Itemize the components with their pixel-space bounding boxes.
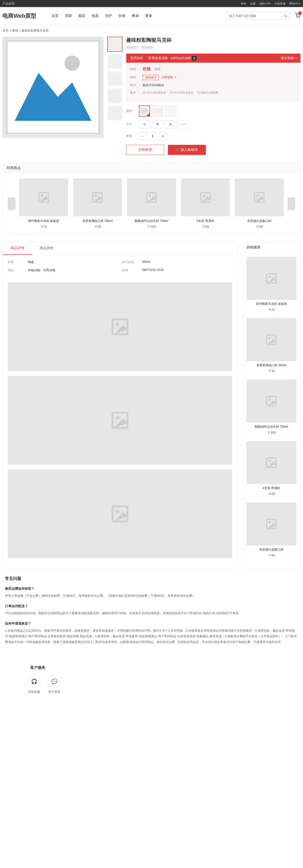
add-cart-button[interactable]: 加入购物车 — [168, 145, 206, 155]
placeholder-icon — [5, 39, 101, 135]
topbar-left: 产品原型 — [3, 0, 15, 7]
tab-detail[interactable]: 商品详情 — [3, 242, 32, 255]
qty-plus-button[interactable]: + — [159, 132, 167, 140]
service-section: 客户服务 🎧 在线客服 💬 用户反馈 — [0, 658, 303, 702]
my-orders-link[interactable]: 我的订单 — [259, 2, 270, 5]
detail-image-1 — [8, 283, 232, 371]
breadcrumb-home[interactable]: 首页 — [3, 29, 9, 32]
nav-food[interactable]: 饮食 — [119, 14, 126, 18]
svg-point-32 — [269, 522, 271, 524]
coupon-link[interactable]: 立即领取 > — [161, 75, 176, 80]
thumb-2[interactable] — [107, 54, 123, 69]
nav-appliance[interactable]: 电器 — [92, 14, 99, 18]
hot-price: ￥69 — [246, 492, 296, 496]
similar-item[interactable]: 4支装 啤酒杯￥69 — [181, 179, 230, 229]
color-opt-1[interactable] — [139, 105, 150, 117]
similar-price: ￥32 — [19, 224, 68, 229]
spec-label: 杯子容量 — [122, 260, 142, 265]
faq-item: 购买运费如何收取？单笔订单金额（不含运费）满88元免邮费；不满88元，每单收取1… — [5, 586, 298, 599]
hot-name: 渐变玻璃低口杯 350ml — [246, 363, 296, 368]
spec-label: 材质 — [8, 260, 28, 265]
faq-answer: 平台会根据商品所在地、顾客所在地和商品的尺寸重量优选物流配送商，确保优质用户体验… — [5, 611, 298, 616]
thumb-1[interactable] — [107, 37, 123, 52]
hot-image — [246, 380, 296, 423]
similar-next-button[interactable]: › — [288, 197, 295, 210]
size-opt-s[interactable]: 小 — [139, 120, 150, 128]
qty-minus-button[interactable]: - — [139, 132, 146, 140]
similar-name: 4支装 啤酒杯 — [181, 219, 230, 223]
logo[interactable]: 电商Web原型 — [3, 12, 36, 20]
nav-kitchen[interactable]: 餐厨 — [132, 14, 139, 18]
hot-price: ￥160 — [246, 430, 296, 435]
size-opt-l[interactable]: 大 — [165, 120, 176, 128]
size-opt-m[interactable]: 中 — [152, 120, 163, 128]
placeholder-icon — [110, 410, 130, 430]
feedback-button[interactable]: 💬 用户反馈 — [48, 675, 61, 694]
nav-clothing[interactable]: 服装 — [78, 14, 86, 18]
svg-point-5 — [65, 56, 80, 71]
similar-price: ￥69 — [181, 224, 230, 229]
hot-item[interactable]: 4支装 啤酒杯￥69 — [246, 441, 296, 496]
spec-row: 材质陶瓷 — [8, 260, 118, 265]
flash-sale-bar: 亮亮秒杀 距离结束还剩 05 时 59 分 59 秒 9 更多抢购 > — [126, 54, 300, 63]
thumb-3[interactable] — [107, 71, 123, 86]
color-opt-2[interactable] — [152, 105, 163, 117]
service-1: ✓30天无忧退换货 — [143, 91, 166, 95]
tab-review[interactable]: 商品评价 — [32, 242, 61, 255]
qty-input[interactable] — [146, 132, 159, 140]
services-label: 服务 — [130, 91, 143, 95]
buy-now-button[interactable]: 立即购买 — [126, 145, 164, 155]
similar-item[interactable]: 酷畅城市运动水杯 700ml￥160 — [127, 179, 176, 229]
product-subtitle: 原创设计，现代时尚 — [126, 45, 300, 50]
svg-point-8 — [41, 195, 43, 197]
color-opt-3[interactable] — [165, 105, 176, 117]
service-title: 客户服务 — [5, 665, 298, 670]
nav-home-goods[interactable]: 居家 — [65, 14, 72, 18]
flash-more-link[interactable]: 更多抢购 > — [281, 56, 297, 60]
svg-point-20 — [116, 416, 119, 419]
online-service-link[interactable]: 在线客服 — [274, 2, 285, 5]
register-link[interactable]: 注册 — [250, 2, 256, 5]
similar-item[interactable]: 简约陶瓷马克杯 家庭装￥32 — [19, 179, 68, 229]
nav-baby[interactable]: 婴童 — [145, 14, 152, 18]
similar-price: ￥89 — [235, 224, 284, 229]
hot-item[interactable]: 渐变玻璃低口杯 350ml￥36 — [246, 318, 296, 373]
thumb-5[interactable] — [107, 105, 123, 121]
nav-home[interactable]: 首页 — [52, 14, 59, 18]
search-input[interactable] — [226, 12, 282, 20]
countdown-m-unit: 分 — [181, 56, 184, 60]
similar-item[interactable]: 渐变玻璃低口杯 350ml￥36 — [73, 179, 122, 229]
hot-item[interactable]: 酷畅城市运动水杯 700ml￥160 — [246, 380, 296, 435]
svg-point-26 — [269, 337, 271, 339]
similar-price: ￥36 — [73, 224, 122, 229]
hot-item[interactable]: 有田烧白金敞口杯￥89 — [246, 502, 296, 558]
login-link[interactable]: 登录 — [241, 2, 246, 5]
svg-point-28 — [269, 399, 271, 401]
faq-title: 常见问题 — [5, 576, 298, 581]
color-label: 颜色 — [126, 109, 139, 113]
topbar: 产品原型 登录 注册 我的订单 在线客服 帮助中心 — [0, 0, 303, 7]
svg-point-24 — [269, 276, 271, 278]
thumb-4[interactable] — [107, 88, 123, 103]
hot-side: 热销推荐 简约陶瓷马克杯 家庭装￥32渐变玻璃低口杯 350ml￥36酷畅城市运… — [242, 242, 300, 568]
similar-title: 同类商品 — [3, 163, 300, 174]
hot-image — [246, 257, 296, 300]
similar-name: 简约陶瓷马克杯 家庭装 — [19, 219, 68, 223]
similar-image — [181, 179, 230, 216]
product-main-image[interactable] — [3, 37, 104, 138]
similar-item[interactable]: 有田烧白金敞口杯￥89 — [235, 179, 284, 229]
nav-washing[interactable]: 洗护 — [105, 14, 112, 18]
cart-button[interactable] — [295, 13, 300, 19]
hot-item[interactable]: 简约陶瓷马克杯 家庭装￥32 — [246, 257, 296, 312]
hot-price: ￥32 — [246, 307, 296, 312]
search-button[interactable] — [282, 12, 290, 20]
online-service-button[interactable]: 🎧 在线客服 — [28, 675, 40, 694]
help-center-link[interactable]: 帮助中心 — [290, 2, 300, 5]
placeholder-icon — [110, 504, 130, 524]
feedback-icon: 💬 — [48, 675, 61, 688]
flash-label: 亮亮秒杀 — [130, 56, 143, 60]
similar-prev-button[interactable]: ‹ — [8, 197, 15, 210]
faq-question: 订单如何配送？ — [5, 604, 298, 609]
price-old: 价格 — [155, 67, 161, 71]
breadcrumb-category[interactable]: 餐厨 — [12, 29, 18, 32]
